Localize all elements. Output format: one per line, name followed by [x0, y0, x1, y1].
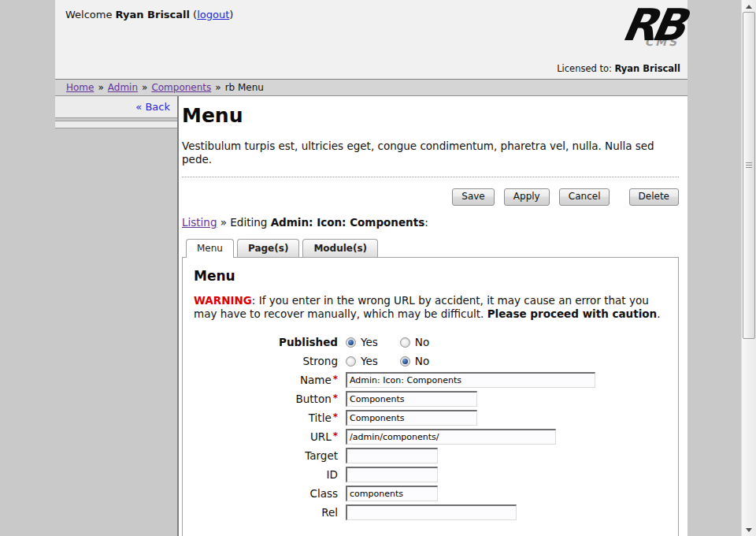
breadcrumb-link-home[interactable]: Home	[66, 82, 94, 93]
rel-label: Rel	[194, 506, 346, 519]
required-asterisk: *	[333, 374, 338, 385]
button-field[interactable]	[346, 391, 477, 407]
title-field[interactable]	[346, 410, 477, 426]
breadcrumb-link-components[interactable]: Components	[151, 82, 211, 93]
required-asterisk: *	[333, 393, 338, 404]
form-row-published: Published Yes No	[194, 333, 667, 352]
welcome-username: Ryan Briscall	[116, 9, 190, 20]
published-no-label: No	[415, 336, 429, 348]
scroll-down-button[interactable]	[742, 523, 756, 536]
url-field[interactable]	[346, 429, 556, 445]
published-yes-label: Yes	[361, 336, 378, 348]
content-row: « Back Menu Vestibulum turpis est, ultri…	[55, 96, 687, 536]
class-label: Class	[194, 487, 346, 500]
toolbar: Save Apply Cancel Delete	[182, 188, 679, 206]
breadcrumb: Home » Admin » Components » rb Menu	[55, 79, 687, 96]
page-container: Welcome Ryan Briscall (logout) RB CMS Li…	[55, 0, 687, 536]
cancel-button[interactable]: Cancel	[559, 188, 610, 206]
title-label: Title*	[194, 411, 346, 424]
breadcrumb-separator: »	[98, 82, 103, 93]
warning-label: WARNING	[194, 294, 252, 307]
form-row-button: Button*	[194, 389, 667, 408]
tab-pages[interactable]: Page(s)	[237, 239, 299, 257]
tab-menu[interactable]: Menu	[186, 239, 234, 258]
button-label: Button*	[194, 393, 346, 405]
class-field[interactable]	[346, 486, 438, 501]
published-yes-radio[interactable]	[346, 337, 356, 348]
intro-text: Vestibulum turpis est, ultricies eget, c…	[182, 140, 679, 166]
save-button[interactable]: Save	[452, 188, 494, 206]
page-title: Menu	[182, 105, 679, 127]
form-row-strong: Strong Yes No	[194, 352, 667, 370]
licensed-name: Ryan Briscall	[615, 63, 680, 74]
form-row-name: Name*	[194, 370, 667, 389]
logout-link[interactable]: logout	[197, 9, 229, 20]
panel-title: Menu	[194, 268, 667, 284]
vertical-scrollbar[interactable]	[741, 0, 756, 536]
sidebar: « Back	[55, 96, 177, 536]
form-row-id: ID	[194, 465, 667, 484]
apply-button[interactable]: Apply	[504, 188, 550, 206]
rbcms-logo: RB CMS	[579, 2, 681, 48]
form-row-rel: Rel	[194, 503, 667, 522]
scroll-up-button[interactable]	[742, 0, 756, 13]
breadcrumb-current: rb Menu	[225, 82, 264, 93]
welcome-paren-open: (	[190, 9, 197, 20]
id-label: ID	[194, 468, 346, 481]
url-label: URL*	[194, 430, 346, 443]
back-box: « Back	[55, 96, 177, 118]
editing-separator: »	[217, 216, 230, 229]
sidebar-empty-box	[55, 121, 177, 128]
name-label: Name*	[194, 374, 346, 386]
welcome-paren-close: )	[229, 9, 233, 20]
tab-panel: Menu WARNING: If you enter in the wrong …	[182, 257, 679, 536]
licensed-label: Licensed to:	[557, 63, 614, 74]
listing-link[interactable]: Listing	[182, 216, 217, 229]
target-field[interactable]	[346, 448, 438, 463]
welcome-prefix: Welcome	[65, 9, 116, 20]
editing-prefix: Editing	[230, 216, 270, 229]
tab-modules[interactable]: Module(s)	[302, 239, 378, 257]
strong-no-label: No	[415, 355, 429, 367]
rel-field[interactable]	[346, 504, 517, 520]
logo-rb-text: RB	[575, 2, 686, 49]
warning-text: WARNING: If you enter in the wrong URL b…	[194, 294, 667, 321]
strong-no-radio[interactable]	[400, 356, 410, 367]
name-field[interactable]	[346, 372, 595, 388]
dotted-divider	[182, 177, 679, 177]
id-field[interactable]	[346, 467, 438, 482]
required-asterisk: *	[333, 430, 338, 441]
scrollbar-grip-icon	[746, 162, 752, 169]
edit-form: Published Yes No Strong Yes No	[194, 333, 667, 522]
editing-item-name: Admin: Icon: Components	[271, 216, 425, 229]
back-link[interactable]: « Back	[135, 101, 170, 113]
main-content: Menu Vestibulum turpis est, ultricies eg…	[177, 96, 687, 536]
target-label: Target	[194, 449, 346, 462]
form-row-target: Target	[194, 446, 667, 465]
delete-button[interactable]: Delete	[629, 188, 679, 206]
warning-end: .	[657, 307, 660, 320]
published-label: Published	[194, 336, 346, 348]
welcome-line: Welcome Ryan Briscall (logout)	[65, 9, 233, 20]
form-row-url: URL*	[194, 427, 667, 446]
licensed-line: Licensed to: Ryan Briscall	[557, 63, 680, 74]
published-no-radio[interactable]	[400, 337, 410, 348]
scrollbar-thumb[interactable]	[743, 12, 755, 339]
warning-strong: Please proceed with caution	[487, 307, 658, 320]
strong-yes-radio[interactable]	[346, 356, 356, 367]
tab-bar: Menu Page(s) Module(s)	[182, 239, 679, 257]
editing-line: Listing » Editing Admin: Icon: Component…	[182, 216, 679, 229]
scroll-up-icon	[746, 5, 752, 9]
breadcrumb-separator: »	[142, 82, 147, 93]
form-row-class: Class	[194, 484, 667, 503]
site-header: Welcome Ryan Briscall (logout) RB CMS Li…	[55, 0, 687, 79]
required-asterisk: *	[333, 411, 338, 422]
strong-label: Strong	[194, 355, 346, 367]
editing-suffix: :	[424, 216, 428, 229]
scroll-down-icon	[746, 528, 752, 532]
strong-yes-label: Yes	[361, 355, 378, 367]
breadcrumb-link-admin[interactable]: Admin	[108, 82, 138, 93]
breadcrumb-separator: »	[215, 82, 220, 93]
form-row-title: Title*	[194, 408, 667, 427]
